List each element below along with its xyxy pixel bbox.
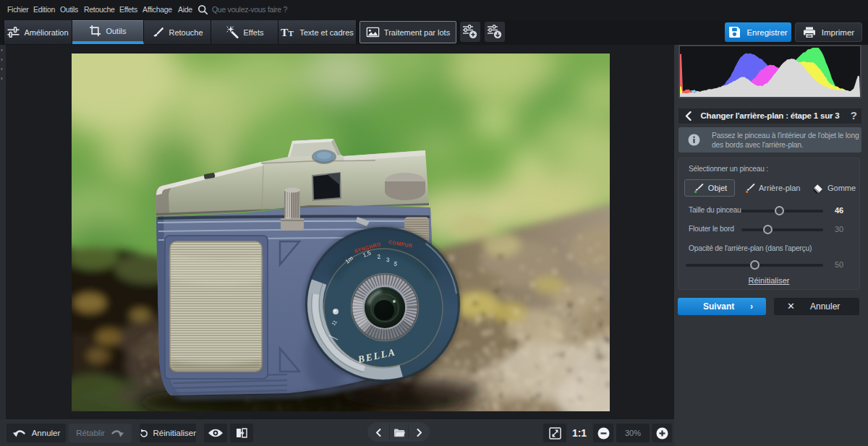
svg-text:T: T xyxy=(281,27,289,38)
svg-text:T: T xyxy=(289,29,294,38)
